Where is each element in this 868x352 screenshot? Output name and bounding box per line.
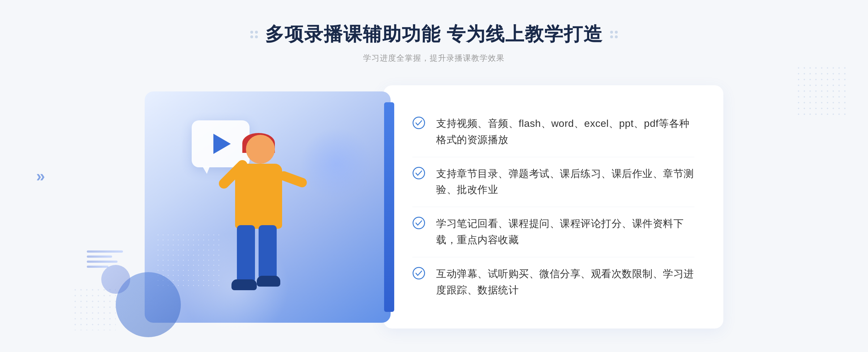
- feature-text-1: 支持视频、音频、flash、word、excel、ppt、pdf等各种格式的资源…: [436, 116, 694, 148]
- header-section: 多项录播课辅助功能 专为线上教学打造 学习进度全掌握，提升录播课教学效果: [250, 22, 618, 64]
- dot-5: [610, 31, 613, 34]
- char-leg-right: [259, 225, 277, 279]
- character-illustration: [203, 135, 318, 323]
- feature-text-3: 学习笔记回看、课程提问、课程评论打分、课件资料下载，重点内容收藏: [436, 216, 694, 248]
- left-arrow-decoration: »: [36, 167, 45, 185]
- main-title: 多项录播课辅助功能 专为线上教学打造: [265, 22, 603, 47]
- dot-7: [610, 35, 613, 38]
- check-icon-2: [412, 167, 425, 180]
- dot-8: [615, 35, 618, 38]
- blue-sidebar-strip: [384, 102, 394, 312]
- char-leg-left: [237, 225, 255, 283]
- check-icon-3: [412, 216, 425, 229]
- left-decorator: [250, 31, 258, 38]
- feature-item-2: 支持章节目录、弹题考试、课后练习、课后作业、章节测验、批改作业: [412, 157, 694, 207]
- svg-point-3: [413, 267, 425, 279]
- bg-dot-grid-left: [72, 287, 116, 330]
- dot-4: [255, 35, 258, 38]
- dot-3: [250, 35, 253, 38]
- content-area: 支持视频、音频、flash、word、excel、ppt、pdf等各种格式的资源…: [145, 85, 723, 329]
- svg-point-0: [413, 117, 425, 129]
- char-shoe-left: [231, 279, 257, 290]
- bg-dot-grid-right: [796, 65, 846, 116]
- features-panel: 支持视频、音频、flash、word、excel、ppt、pdf等各种格式的资源…: [383, 85, 723, 329]
- svg-point-2: [413, 217, 425, 229]
- dot-1: [250, 31, 253, 34]
- char-body: [235, 164, 282, 229]
- feature-item-4: 互动弹幕、试听购买、微信分享、观看次数限制、学习进度跟踪、数据统计: [412, 257, 694, 307]
- feature-item-1: 支持视频、音频、flash、word、excel、ppt、pdf等各种格式的资源…: [412, 107, 694, 157]
- dot-2: [255, 31, 258, 34]
- char-arm-left: [278, 170, 308, 189]
- line-1: [87, 250, 123, 253]
- feature-item-3: 学习笔记回看、课程提问、课程评论打分、课件资料下载，重点内容收藏: [412, 207, 694, 257]
- line-4: [87, 266, 109, 268]
- page-wrapper: 多项录播课辅助功能 专为线上教学打造 学习进度全掌握，提升录播课教学效果: [0, 0, 868, 352]
- char-shoe-right: [257, 276, 280, 287]
- lines-decoration: [87, 250, 123, 279]
- feature-text-2: 支持章节目录、弹题考试、课后练习、课后作业、章节测验、批改作业: [436, 166, 694, 198]
- char-head: [246, 135, 275, 164]
- right-decorator: [610, 31, 618, 38]
- dot-6: [615, 31, 618, 34]
- svg-point-1: [413, 167, 425, 179]
- illustration-card: [145, 91, 391, 323]
- title-row: 多项录播课辅助功能 专为线上教学打造: [250, 22, 618, 47]
- line-2: [87, 256, 112, 258]
- check-icon-4: [412, 267, 425, 280]
- feature-text-4: 互动弹幕、试听购买、微信分享、观看次数限制、学习进度跟踪、数据统计: [436, 266, 694, 299]
- check-icon-1: [412, 116, 425, 129]
- line-3: [87, 261, 118, 263]
- sub-title: 学习进度全掌握，提升录播课教学效果: [363, 53, 505, 64]
